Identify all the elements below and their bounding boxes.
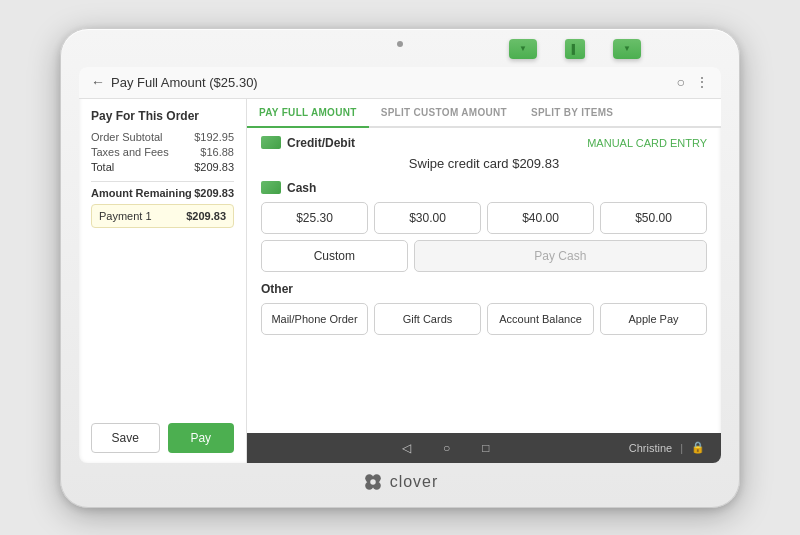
device-frame: ← Pay Full Amount ($25.30) ○ ⋮ Pay For T…	[60, 28, 740, 508]
cash-label: Cash	[287, 181, 316, 195]
order-row-subtotal: Order Subtotal $192.95	[91, 131, 234, 143]
cash-amount-0[interactable]: $25.30	[261, 202, 368, 234]
back-nav-icon[interactable]: ◁	[402, 441, 411, 455]
manual-card-entry-link[interactable]: MANUAL CARD ENTRY	[587, 137, 707, 149]
home-nav-icon[interactable]: ○	[443, 441, 450, 455]
pay-button[interactable]: Pay	[168, 423, 235, 453]
pay-cash-button[interactable]: Pay Cash	[414, 240, 707, 272]
payment-content: Credit/Debit MANUAL CARD ENTRY Swipe cre…	[247, 128, 721, 433]
clover-brand-name: clover	[390, 473, 439, 491]
cash-amounts-grid: $25.30 $30.00 $40.00 $50.00	[261, 202, 707, 234]
total-label: Total	[91, 161, 114, 173]
volume-down-button[interactable]	[509, 39, 537, 59]
gift-cards-button[interactable]: Gift Cards	[374, 303, 481, 335]
screen-body: Pay For This Order Order Subtotal $192.9…	[79, 99, 721, 463]
subtotal-value: $192.95	[194, 131, 234, 143]
tab-split-by-items[interactable]: SPLIT BY ITEMS	[519, 99, 625, 128]
more-options-icon[interactable]: ⋮	[695, 74, 709, 90]
clover-logo-icon	[362, 471, 384, 493]
cash-amount-1[interactable]: $30.00	[374, 202, 481, 234]
account-balance-button[interactable]: Account Balance	[487, 303, 594, 335]
camera	[397, 41, 403, 47]
total-value: $209.83	[194, 161, 234, 173]
other-grid: Mail/Phone Order Gift Cards Account Bala…	[261, 303, 707, 335]
header-left: ← Pay Full Amount ($25.30)	[91, 74, 258, 90]
cash-bottom-row: Custom Pay Cash	[261, 240, 707, 272]
header-icons: ○ ⋮	[677, 74, 709, 90]
user-name: Christine	[629, 442, 672, 454]
other-section-title: Other	[261, 282, 707, 296]
screen-header: ← Pay Full Amount ($25.30) ○ ⋮	[79, 67, 721, 99]
subtotal-label: Order Subtotal	[91, 131, 163, 143]
tab-pay-full-amount[interactable]: PAY FULL AMOUNT	[247, 99, 369, 128]
payment-row-1: Payment 1 $209.83	[91, 204, 234, 228]
taxes-label: Taxes and Fees	[91, 146, 169, 158]
order-row-total: Total $209.83	[91, 161, 234, 173]
card-icon	[261, 136, 281, 149]
left-panel-title: Pay For This Order	[91, 109, 234, 123]
tabs-bar: PAY FULL AMOUNT SPLIT CUSTOM AMOUNT SPLI…	[247, 99, 721, 128]
top-buttons	[509, 39, 641, 59]
cash-amount-2[interactable]: $40.00	[487, 202, 594, 234]
device-top-bar	[79, 37, 721, 65]
order-row-taxes: Taxes and Fees $16.88	[91, 146, 234, 158]
amount-remaining-value: $209.83	[194, 187, 234, 199]
battery-indicator	[565, 39, 585, 59]
divider	[91, 181, 234, 182]
header-title: Pay Full Amount ($25.30)	[111, 75, 258, 90]
lock-icon[interactable]: 🔒	[691, 441, 705, 454]
clover-logo: clover	[362, 471, 439, 493]
credit-debit-header: Credit/Debit MANUAL CARD ENTRY	[261, 136, 707, 150]
amount-remaining-label: Amount Remaining	[91, 187, 192, 199]
nav-icons: ◁ ○ □	[263, 441, 629, 455]
cash-section-title: Cash	[261, 181, 707, 195]
cash-icon	[261, 181, 281, 194]
swipe-message: Swipe credit card $209.83	[261, 156, 707, 171]
credit-debit-left: Credit/Debit	[261, 136, 355, 150]
save-button[interactable]: Save	[91, 423, 160, 453]
bottom-nav: ◁ ○ □ Christine | 🔒	[247, 433, 721, 463]
screen: ← Pay Full Amount ($25.30) ○ ⋮ Pay For T…	[79, 67, 721, 463]
tab-split-custom-amount[interactable]: SPLIT CUSTOM AMOUNT	[369, 99, 519, 128]
left-panel: Pay For This Order Order Subtotal $192.9…	[79, 99, 247, 463]
custom-amount-button[interactable]: Custom	[261, 240, 408, 272]
device-bottom: clover	[362, 471, 439, 493]
nav-divider: |	[680, 442, 683, 454]
apple-pay-button[interactable]: Apple Pay	[600, 303, 707, 335]
amount-remaining-row: Amount Remaining $209.83	[91, 187, 234, 199]
payment-label: Payment 1	[99, 210, 152, 222]
right-panel: PAY FULL AMOUNT SPLIT CUSTOM AMOUNT SPLI…	[247, 99, 721, 463]
bottom-nav-user: Christine | 🔒	[629, 441, 705, 454]
recent-apps-icon[interactable]: □	[482, 441, 489, 455]
volume-up-button[interactable]	[613, 39, 641, 59]
search-icon[interactable]: ○	[677, 74, 685, 90]
left-panel-actions: Save Pay	[91, 415, 234, 453]
back-arrow-icon[interactable]: ←	[91, 74, 105, 90]
svg-point-4	[370, 479, 376, 485]
credit-debit-label: Credit/Debit	[287, 136, 355, 150]
cash-amount-3[interactable]: $50.00	[600, 202, 707, 234]
taxes-value: $16.88	[200, 146, 234, 158]
mail-phone-order-button[interactable]: Mail/Phone Order	[261, 303, 368, 335]
payment-amount: $209.83	[186, 210, 226, 222]
